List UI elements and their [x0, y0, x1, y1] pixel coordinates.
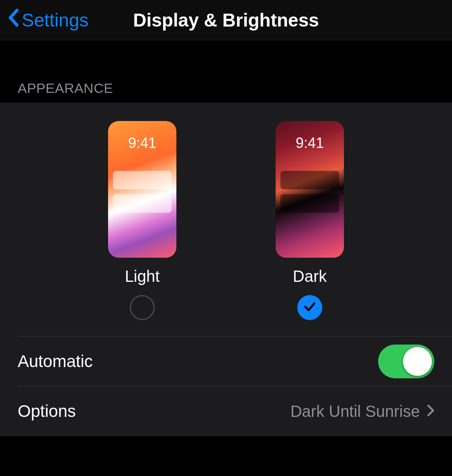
navigation-bar: Settings Display & Brightness [0, 0, 452, 40]
preview-widget [113, 171, 172, 189]
dark-preview-thumbnail: 9:41 [276, 121, 344, 258]
appearance-picker: 9:41 Light 9:41 Dark [18, 103, 452, 336]
appearance-option-light[interactable]: 9:41 Light [108, 121, 176, 320]
automatic-toggle[interactable] [378, 345, 434, 378]
preview-clock: 9:41 [276, 135, 344, 152]
back-label: Settings [22, 9, 88, 31]
chevron-left-icon [8, 8, 18, 31]
options-label: Options [18, 402, 290, 421]
settings-panel: 9:41 Light 9:41 Dark [0, 103, 452, 436]
preview-widget [113, 194, 172, 213]
chevron-right-icon [427, 402, 434, 421]
preview-widget [280, 194, 339, 213]
back-button[interactable]: Settings [8, 8, 88, 31]
toggle-knob [403, 347, 432, 376]
automatic-label: Automatic [18, 352, 378, 371]
dark-label: Dark [293, 267, 327, 285]
check-icon [303, 300, 317, 315]
row-options[interactable]: Options Dark Until Sunrise [0, 386, 452, 436]
preview-clock: 9:41 [108, 135, 176, 152]
light-preview-thumbnail: 9:41 [108, 121, 176, 258]
options-value: Dark Until Sunrise [290, 402, 420, 421]
appearance-option-dark[interactable]: 9:41 Dark [276, 121, 344, 320]
preview-widget [280, 171, 339, 189]
row-automatic: Automatic [0, 336, 452, 386]
radio-selected-icon [297, 295, 322, 320]
section-header-appearance: APPEARANCE [0, 40, 452, 103]
light-label: Light [125, 267, 160, 285]
radio-unselected-icon [130, 295, 155, 320]
